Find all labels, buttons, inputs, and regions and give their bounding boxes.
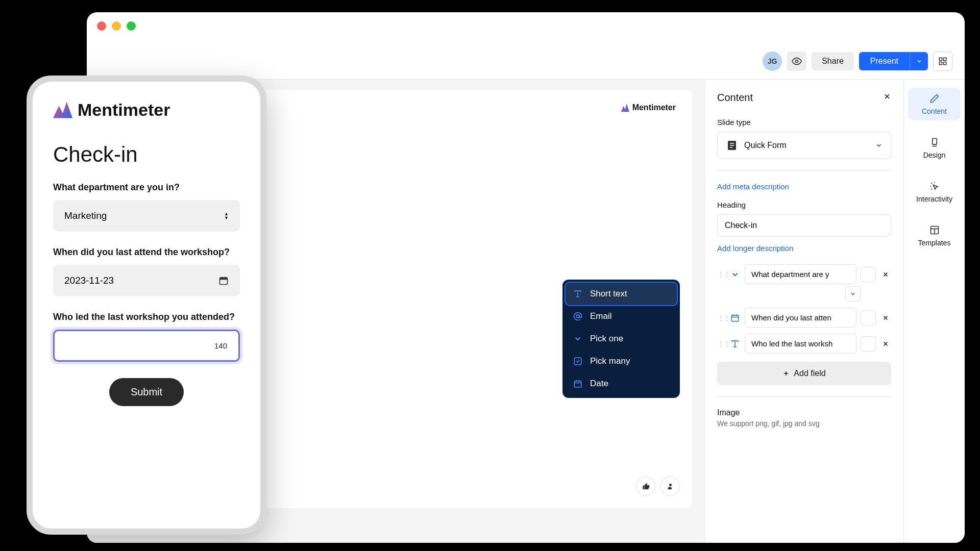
text-icon xyxy=(573,289,582,298)
menu-item-label: Pick many xyxy=(590,356,630,366)
field-label-input[interactable] xyxy=(745,334,856,354)
menu-item-label: Email xyxy=(590,311,612,321)
field-row: ⋮⋮ xyxy=(717,334,891,354)
field-expand-toggle[interactable] xyxy=(845,286,861,302)
grid-icon xyxy=(938,57,947,66)
updown-chevron-icon: ▲▼ xyxy=(224,212,229,220)
field-type-email[interactable]: Email xyxy=(566,305,677,328)
svg-rect-26 xyxy=(932,139,936,145)
close-icon xyxy=(882,271,889,278)
slide-brand: Mentimeter xyxy=(621,103,676,112)
user-avatar[interactable]: JG xyxy=(763,52,782,71)
present-dropdown[interactable] xyxy=(910,52,928,70)
slide-footer-actions xyxy=(636,477,680,496)
eye-icon xyxy=(792,56,802,66)
field-label-input[interactable] xyxy=(745,264,856,284)
form-icon xyxy=(726,139,738,152)
grid-view-button[interactable] xyxy=(933,52,952,71)
menu-item-label: Short text xyxy=(590,289,627,299)
tab-label: Interactivity xyxy=(916,195,952,203)
phone-submit-row: Submit xyxy=(53,378,240,406)
phone-submit-button[interactable]: Submit xyxy=(109,378,184,406)
close-icon xyxy=(882,314,889,321)
divider xyxy=(717,396,891,397)
at-sign-icon xyxy=(573,312,582,321)
text-icon[interactable] xyxy=(729,338,741,349)
phone-date-input[interactable]: 2023-11-23 xyxy=(53,265,240,296)
window-minimize-dot[interactable] xyxy=(112,21,121,31)
person-icon xyxy=(667,483,674,490)
heading-input[interactable] xyxy=(717,214,891,237)
present-button-group: Present xyxy=(859,52,928,70)
tab-content[interactable]: Content xyxy=(908,88,961,120)
svg-rect-1 xyxy=(939,58,942,60)
field-remove-button[interactable] xyxy=(880,271,891,278)
field-row: ⋮⋮ xyxy=(717,264,891,284)
add-field-button[interactable]: Add field xyxy=(717,362,891,385)
content-panel: Content Slide type Quick Form Add meta d… xyxy=(704,80,903,543)
calendar-icon xyxy=(218,276,229,286)
svg-rect-4 xyxy=(944,62,946,64)
field-remove-button[interactable] xyxy=(880,340,891,347)
design-icon xyxy=(929,137,940,147)
field-type-pick-one[interactable]: Pick one xyxy=(566,328,677,350)
image-section-title: Image xyxy=(717,408,891,417)
panel-close-button[interactable] xyxy=(883,92,891,103)
svg-point-5 xyxy=(669,483,672,486)
pick-one-icon[interactable] xyxy=(729,269,741,280)
svg-point-33 xyxy=(576,315,579,318)
checkbox-icon xyxy=(573,357,582,366)
add-longer-description-link[interactable]: Add longer description xyxy=(717,244,793,253)
phone-department-select[interactable]: Marketing ▲▼ xyxy=(53,200,240,232)
pencil-icon xyxy=(929,93,940,104)
drag-handle-icon[interactable]: ⋮⋮ xyxy=(717,340,725,348)
tab-templates[interactable]: Templates xyxy=(908,219,961,252)
reactions-button[interactable] xyxy=(636,477,655,496)
templates-icon xyxy=(929,225,940,235)
add-meta-link[interactable]: Add meta description xyxy=(717,182,789,191)
field-type-date[interactable]: Date xyxy=(566,372,677,395)
phone-q2-label: When did you last attend the workshop? xyxy=(53,247,240,258)
tab-design[interactable]: Design xyxy=(908,132,961,164)
tab-label: Templates xyxy=(918,239,951,247)
field-remove-button[interactable] xyxy=(880,314,891,321)
phone-form-title: Check-in xyxy=(53,142,240,167)
field-label-input[interactable] xyxy=(745,308,856,328)
cursor-click-icon xyxy=(929,181,940,191)
participants-button[interactable] xyxy=(660,477,680,496)
menu-item-label: Pick one xyxy=(590,334,623,344)
phone-brand-text: Mentimeter xyxy=(78,100,170,120)
field-required-toggle[interactable] xyxy=(861,267,876,282)
slide-type-select[interactable]: Quick Form xyxy=(717,132,891,159)
close-icon xyxy=(882,340,889,347)
phone-q3-label: Who led the last workshop you attended? xyxy=(53,312,240,322)
svg-rect-40 xyxy=(220,278,228,280)
present-button[interactable]: Present xyxy=(859,52,910,70)
field-required-toggle[interactable] xyxy=(861,336,876,352)
add-field-label: Add field xyxy=(794,369,825,378)
field-required-toggle[interactable] xyxy=(861,310,876,325)
field-row: ⋮⋮ xyxy=(717,308,891,328)
char-counter: 140 xyxy=(214,341,227,350)
slide-type-label: Slide type xyxy=(717,118,891,127)
drag-handle-icon[interactable]: ⋮⋮ xyxy=(717,270,725,279)
chevron-down-icon xyxy=(916,58,922,64)
field-type-pick-many[interactable]: Pick many xyxy=(566,350,677,372)
phone-q1-label: What department are you in? xyxy=(53,182,240,193)
window-close-dot[interactable] xyxy=(97,21,106,31)
tabs-rail: Content Design Interactivity Templates xyxy=(903,80,965,543)
tab-label: Design xyxy=(923,151,946,159)
window-maximize-dot[interactable] xyxy=(127,21,136,31)
tab-interactivity[interactable]: Interactivity xyxy=(908,176,961,208)
field-type-short-text[interactable]: Short text xyxy=(566,283,677,305)
drag-handle-icon[interactable]: ⋮⋮ xyxy=(717,314,725,322)
mentimeter-logo-icon xyxy=(53,102,72,118)
slide-type-value: Quick Form xyxy=(744,141,787,150)
svg-rect-14 xyxy=(731,315,739,321)
preview-button[interactable] xyxy=(787,52,806,71)
date-icon[interactable] xyxy=(729,312,741,323)
svg-rect-34 xyxy=(574,358,581,365)
window-controls xyxy=(87,12,965,40)
phone-text-input[interactable]: 140 xyxy=(53,330,240,362)
share-button[interactable]: Share xyxy=(812,52,854,70)
